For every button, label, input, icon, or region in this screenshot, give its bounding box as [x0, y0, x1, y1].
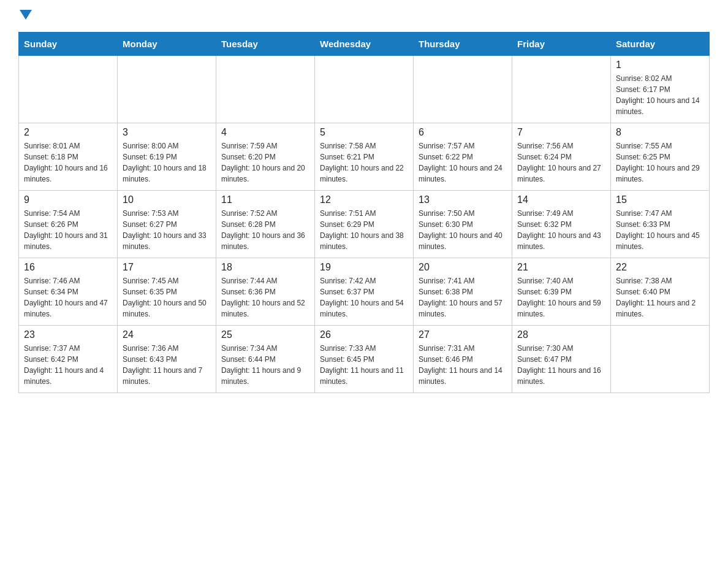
day-number: 18: [221, 262, 309, 273]
day-info: Sunrise: 7:45 AMSunset: 6:35 PMDaylight:…: [123, 275, 211, 320]
day-number: 5: [320, 127, 408, 138]
day-number: 24: [123, 329, 211, 340]
day-number: 9: [24, 194, 112, 205]
day-info: Sunrise: 8:00 AMSunset: 6:19 PMDaylight:…: [123, 140, 211, 185]
logo-triangle-icon: [20, 10, 32, 20]
calendar-cell: 7Sunrise: 7:56 AMSunset: 6:24 PMDaylight…: [512, 123, 611, 191]
day-number: 17: [123, 262, 211, 273]
calendar-cell: 6Sunrise: 7:57 AMSunset: 6:22 PMDaylight…: [414, 123, 512, 191]
day-number: 4: [221, 127, 309, 138]
day-info: Sunrise: 7:57 AMSunset: 6:22 PMDaylight:…: [419, 140, 507, 185]
day-info: Sunrise: 7:55 AMSunset: 6:25 PMDaylight:…: [616, 140, 704, 185]
calendar-cell: 11Sunrise: 7:52 AMSunset: 6:28 PMDayligh…: [216, 191, 315, 258]
calendar-cell: 17Sunrise: 7:45 AMSunset: 6:35 PMDayligh…: [118, 258, 216, 326]
day-number: 7: [517, 127, 605, 138]
weekday-header-friday: Friday: [512, 33, 611, 56]
calendar-cell: 13Sunrise: 7:50 AMSunset: 6:30 PMDayligh…: [414, 191, 512, 258]
calendar-cell: 19Sunrise: 7:42 AMSunset: 6:37 PMDayligh…: [315, 258, 414, 326]
weekday-header-wednesday: Wednesday: [315, 33, 414, 56]
day-number: 6: [419, 127, 507, 138]
calendar-cell: 1Sunrise: 8:02 AMSunset: 6:17 PMDaylight…: [611, 56, 710, 123]
day-info: Sunrise: 7:31 AMSunset: 6:46 PMDaylight:…: [419, 343, 507, 387]
calendar-cell: 25Sunrise: 7:34 AMSunset: 6:44 PMDayligh…: [216, 326, 315, 393]
day-info: Sunrise: 7:46 AMSunset: 6:34 PMDaylight:…: [24, 275, 112, 320]
calendar-cell: 15Sunrise: 7:47 AMSunset: 6:33 PMDayligh…: [611, 191, 710, 258]
day-info: Sunrise: 8:01 AMSunset: 6:18 PMDaylight:…: [24, 140, 112, 185]
calendar-cell: 4Sunrise: 7:59 AMSunset: 6:20 PMDaylight…: [216, 123, 315, 191]
calendar-cell: [315, 56, 414, 123]
weekday-header-tuesday: Tuesday: [216, 33, 315, 56]
day-info: Sunrise: 7:40 AMSunset: 6:39 PMDaylight:…: [517, 275, 605, 320]
weekday-header-thursday: Thursday: [414, 33, 512, 56]
day-info: Sunrise: 7:42 AMSunset: 6:37 PMDaylight:…: [320, 275, 408, 320]
calendar-cell: 20Sunrise: 7:41 AMSunset: 6:38 PMDayligh…: [414, 258, 512, 326]
day-number: 3: [123, 127, 211, 138]
day-number: 13: [419, 194, 507, 205]
day-info: Sunrise: 7:51 AMSunset: 6:29 PMDaylight:…: [320, 208, 408, 252]
day-number: 2: [24, 127, 112, 138]
weekday-header-monday: Monday: [118, 33, 216, 56]
logo: [18, 12, 32, 20]
day-number: 26: [320, 329, 408, 340]
day-info: Sunrise: 7:47 AMSunset: 6:33 PMDaylight:…: [616, 208, 704, 252]
calendar-cell: 18Sunrise: 7:44 AMSunset: 6:36 PMDayligh…: [216, 258, 315, 326]
weekday-header-saturday: Saturday: [611, 33, 710, 56]
week-row-2: 2Sunrise: 8:01 AMSunset: 6:18 PMDaylight…: [19, 123, 710, 191]
day-info: Sunrise: 7:37 AMSunset: 6:42 PMDaylight:…: [24, 343, 112, 387]
day-info: Sunrise: 7:30 AMSunset: 6:47 PMDaylight:…: [517, 343, 605, 387]
weekday-header-sunday: Sunday: [19, 33, 118, 56]
calendar-cell: 3Sunrise: 8:00 AMSunset: 6:19 PMDaylight…: [118, 123, 216, 191]
calendar-cell: 12Sunrise: 7:51 AMSunset: 6:29 PMDayligh…: [315, 191, 414, 258]
day-info: Sunrise: 7:53 AMSunset: 6:27 PMDaylight:…: [123, 208, 211, 252]
day-number: 23: [24, 329, 112, 340]
calendar-cell: 8Sunrise: 7:55 AMSunset: 6:25 PMDaylight…: [611, 123, 710, 191]
day-number: 25: [221, 329, 309, 340]
day-info: Sunrise: 7:50 AMSunset: 6:30 PMDaylight:…: [419, 208, 507, 252]
day-number: 21: [517, 262, 605, 273]
day-number: 28: [517, 329, 605, 340]
day-info: Sunrise: 7:36 AMSunset: 6:43 PMDaylight:…: [123, 343, 211, 387]
calendar-cell: [118, 56, 216, 123]
calendar-cell: 10Sunrise: 7:53 AMSunset: 6:27 PMDayligh…: [118, 191, 216, 258]
day-info: Sunrise: 7:33 AMSunset: 6:45 PMDaylight:…: [320, 343, 408, 387]
day-info: Sunrise: 7:34 AMSunset: 6:44 PMDaylight:…: [221, 343, 309, 387]
day-number: 27: [419, 329, 507, 340]
calendar-cell: [19, 56, 118, 123]
day-number: 16: [24, 262, 112, 273]
day-number: 20: [419, 262, 507, 273]
calendar-cell: [611, 326, 710, 393]
day-info: Sunrise: 7:49 AMSunset: 6:32 PMDaylight:…: [517, 208, 605, 252]
week-row-5: 23Sunrise: 7:37 AMSunset: 6:42 PMDayligh…: [19, 326, 710, 393]
day-info: Sunrise: 8:02 AMSunset: 6:17 PMDaylight:…: [616, 73, 704, 117]
week-row-3: 9Sunrise: 7:54 AMSunset: 6:26 PMDaylight…: [19, 191, 710, 258]
week-row-1: 1Sunrise: 8:02 AMSunset: 6:17 PMDaylight…: [19, 56, 710, 123]
calendar-cell: 16Sunrise: 7:46 AMSunset: 6:34 PMDayligh…: [19, 258, 118, 326]
day-number: 1: [616, 59, 704, 71]
day-number: 11: [221, 194, 309, 205]
calendar-cell: 21Sunrise: 7:40 AMSunset: 6:39 PMDayligh…: [512, 258, 611, 326]
calendar-cell: 26Sunrise: 7:33 AMSunset: 6:45 PMDayligh…: [315, 326, 414, 393]
calendar-cell: 14Sunrise: 7:49 AMSunset: 6:32 PMDayligh…: [512, 191, 611, 258]
calendar-cell: 9Sunrise: 7:54 AMSunset: 6:26 PMDaylight…: [19, 191, 118, 258]
calendar-cell: 22Sunrise: 7:38 AMSunset: 6:40 PMDayligh…: [611, 258, 710, 326]
day-number: 8: [616, 127, 704, 138]
day-info: Sunrise: 7:38 AMSunset: 6:40 PMDaylight:…: [616, 275, 704, 320]
page-header: [18, 12, 710, 20]
calendar-cell: 23Sunrise: 7:37 AMSunset: 6:42 PMDayligh…: [19, 326, 118, 393]
day-number: 12: [320, 194, 408, 205]
day-info: Sunrise: 7:56 AMSunset: 6:24 PMDaylight:…: [517, 140, 605, 185]
day-number: 10: [123, 194, 211, 205]
weekday-header-row: SundayMondayTuesdayWednesdayThursdayFrid…: [19, 33, 710, 56]
day-info: Sunrise: 7:44 AMSunset: 6:36 PMDaylight:…: [221, 275, 309, 320]
day-number: 15: [616, 194, 704, 205]
day-number: 19: [320, 262, 408, 273]
day-info: Sunrise: 7:58 AMSunset: 6:21 PMDaylight:…: [320, 140, 408, 185]
day-info: Sunrise: 7:52 AMSunset: 6:28 PMDaylight:…: [221, 208, 309, 252]
calendar-cell: 27Sunrise: 7:31 AMSunset: 6:46 PMDayligh…: [414, 326, 512, 393]
calendar-cell: 2Sunrise: 8:01 AMSunset: 6:18 PMDaylight…: [19, 123, 118, 191]
calendar-cell: 28Sunrise: 7:30 AMSunset: 6:47 PMDayligh…: [512, 326, 611, 393]
calendar-cell: [414, 56, 512, 123]
calendar-cell: 5Sunrise: 7:58 AMSunset: 6:21 PMDaylight…: [315, 123, 414, 191]
day-number: 22: [616, 262, 704, 273]
calendar-cell: 24Sunrise: 7:36 AMSunset: 6:43 PMDayligh…: [118, 326, 216, 393]
